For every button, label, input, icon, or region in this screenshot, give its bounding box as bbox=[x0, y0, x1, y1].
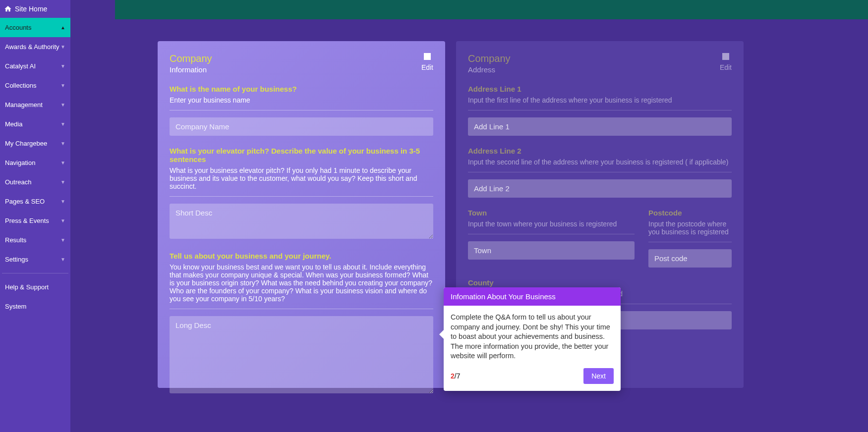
field-help: What is your business elevator pitch? If… bbox=[170, 166, 433, 197]
panel-subtitle: Address bbox=[468, 65, 511, 74]
sidebar-item-press-events[interactable]: Press & Events ▼ bbox=[0, 211, 70, 230]
short-desc-input[interactable] bbox=[170, 204, 433, 239]
edit-button[interactable]: Edit bbox=[421, 53, 433, 71]
tooltip-step-counter: 2/7 bbox=[451, 372, 460, 380]
sidebar-item-system[interactable]: System bbox=[0, 297, 70, 316]
sidebar-item-label: Settings bbox=[5, 256, 28, 263]
field-address-1: Address Line 1 Input the first line of t… bbox=[468, 85, 732, 136]
sidebar-item-accounts[interactable]: Accounts ▲ bbox=[0, 18, 70, 37]
chevron-down-icon: ▼ bbox=[60, 237, 65, 243]
panel-header: Company Information Edit bbox=[170, 53, 433, 74]
address-line-2-input[interactable] bbox=[468, 179, 732, 198]
town-input[interactable] bbox=[468, 241, 635, 260]
chevron-up-icon: ▲ bbox=[60, 25, 65, 30]
sidebar-item-label: System bbox=[5, 303, 26, 310]
panel-title: Company bbox=[170, 53, 212, 64]
sidebar-item-chargebee[interactable]: My Chargebee ▼ bbox=[0, 134, 70, 153]
chevron-down-icon: ▼ bbox=[60, 63, 65, 69]
sidebar-item-awards[interactable]: Awards & Authority ▼ bbox=[0, 37, 70, 56]
field-elevator-pitch: What is your elevator pitch? Describe th… bbox=[170, 147, 433, 241]
edit-icon bbox=[424, 53, 431, 60]
long-desc-input[interactable] bbox=[170, 316, 433, 393]
chevron-down-icon: ▼ bbox=[60, 83, 65, 88]
chevron-down-icon: ▼ bbox=[60, 218, 65, 223]
tooltip-title: Infomation About Your Business bbox=[444, 287, 621, 306]
field-help: Input the second line of the address whe… bbox=[468, 158, 732, 172]
chevron-down-icon: ▼ bbox=[60, 44, 65, 50]
sidebar-item-label: Navigation bbox=[5, 159, 35, 166]
sidebar-item-label: Catalyst AI bbox=[5, 62, 36, 70]
field-help: Input the town where your business is re… bbox=[468, 220, 635, 234]
sidebar-item-results[interactable]: Results ▼ bbox=[0, 230, 70, 250]
sidebar-item-label: My Chargebee bbox=[5, 140, 47, 147]
company-info-panel: Company Information Edit What is the nam… bbox=[158, 41, 445, 388]
sidebar-item-help[interactable]: Help & Support bbox=[0, 277, 70, 297]
home-icon bbox=[4, 5, 12, 13]
tooltip-footer: 2/7 Next bbox=[444, 368, 621, 391]
sidebar-item-label: Press & Events bbox=[5, 217, 49, 224]
sidebar-item-navigation[interactable]: Navigation ▼ bbox=[0, 153, 70, 172]
field-label: Address Line 1 bbox=[468, 85, 732, 93]
sidebar-item-label: Media bbox=[5, 120, 22, 128]
sidebar-item-outreach[interactable]: Outreach ▼ bbox=[0, 172, 70, 192]
tooltip-body: Complete the Q&A form to tell us about y… bbox=[444, 306, 621, 368]
sidebar-item-label: Collections bbox=[5, 82, 37, 89]
sidebar-item-label: Accounts bbox=[5, 24, 31, 31]
sidebar: Site Home Accounts ▲ Awards & Authority … bbox=[0, 0, 70, 432]
sidebar-divider bbox=[2, 273, 68, 273]
field-help: Input the postcode where you business is… bbox=[648, 220, 732, 242]
panel-subtitle: Information bbox=[170, 65, 212, 74]
field-label: Postcode bbox=[648, 209, 732, 217]
field-address-2: Address Line 2 Input the second line of … bbox=[468, 147, 732, 198]
field-town: Town Input the town where your business … bbox=[468, 209, 635, 260]
sidebar-item-label: Results bbox=[5, 236, 26, 244]
sidebar-item-label: Management bbox=[5, 101, 43, 108]
postcode-input[interactable] bbox=[648, 249, 732, 268]
step-total: 7 bbox=[457, 372, 461, 380]
address-line-1-input[interactable] bbox=[468, 117, 732, 136]
field-label: What is the name of your business? bbox=[170, 85, 433, 93]
sidebar-item-collections[interactable]: Collections ▼ bbox=[0, 76, 70, 95]
chevron-down-icon: ▼ bbox=[60, 199, 65, 204]
sidebar-item-settings[interactable]: Settings ▼ bbox=[0, 250, 70, 269]
field-help: Enter your business name bbox=[170, 96, 433, 110]
field-help: Input the first line of the address wher… bbox=[468, 96, 732, 110]
chevron-down-icon: ▼ bbox=[60, 160, 65, 165]
sidebar-item-label: Awards & Authority bbox=[5, 43, 59, 51]
edit-label: Edit bbox=[421, 63, 433, 71]
sidebar-item-label: Pages & SEO bbox=[5, 198, 45, 205]
field-postcode: Postcode Input the postcode where you bu… bbox=[648, 209, 732, 268]
field-label: Address Line 2 bbox=[468, 147, 732, 155]
panel-title: Company bbox=[468, 53, 511, 64]
sidebar-item-management[interactable]: Management ▼ bbox=[0, 95, 70, 114]
tooltip-arrow-icon bbox=[439, 330, 444, 339]
chevron-down-icon: ▼ bbox=[60, 102, 65, 108]
chevron-down-icon: ▼ bbox=[60, 179, 65, 185]
field-label: Town bbox=[468, 209, 635, 217]
step-current: 2 bbox=[451, 372, 455, 380]
site-home-label: Site Home bbox=[15, 5, 47, 13]
next-button[interactable]: Next bbox=[583, 368, 614, 384]
sidebar-item-media[interactable]: Media ▼ bbox=[0, 114, 70, 134]
field-help: You know your business best and we want … bbox=[170, 263, 433, 309]
sidebar-item-catalyst[interactable]: Catalyst AI ▼ bbox=[0, 56, 70, 76]
sidebar-item-label: Outreach bbox=[5, 178, 31, 186]
field-business-journey: Tell us about your business and your jou… bbox=[170, 252, 433, 395]
onboarding-tooltip: Infomation About Your Business Complete … bbox=[444, 287, 621, 391]
edit-icon bbox=[722, 53, 729, 60]
field-label: What is your elevator pitch? Describe th… bbox=[170, 147, 433, 163]
business-name-input[interactable] bbox=[170, 117, 433, 136]
field-business-name: What is the name of your business? Enter… bbox=[170, 85, 433, 136]
chevron-down-icon: ▼ bbox=[60, 141, 65, 146]
chevron-down-icon: ▼ bbox=[60, 257, 65, 262]
field-row-town-postcode: Town Input the town where your business … bbox=[468, 198, 732, 268]
field-label: County bbox=[468, 278, 732, 287]
field-label: Tell us about your business and your jou… bbox=[170, 252, 433, 260]
top-banner bbox=[115, 0, 868, 19]
site-home-link[interactable]: Site Home bbox=[0, 0, 70, 18]
edit-label: Edit bbox=[720, 63, 732, 71]
edit-button[interactable]: Edit bbox=[720, 53, 732, 71]
chevron-down-icon: ▼ bbox=[60, 121, 65, 127]
sidebar-item-label: Help & Support bbox=[5, 283, 49, 291]
sidebar-item-pages-seo[interactable]: Pages & SEO ▼ bbox=[0, 192, 70, 211]
